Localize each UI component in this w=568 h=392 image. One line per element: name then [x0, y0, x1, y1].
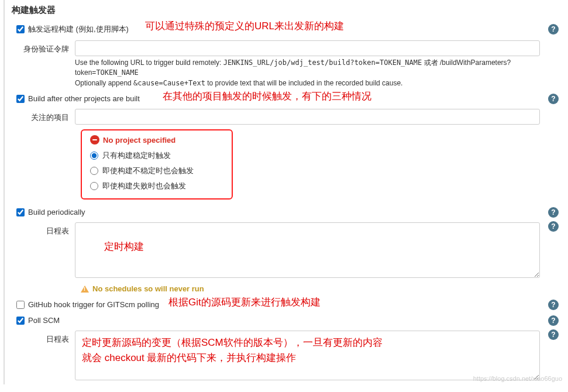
build-periodically-label: Build periodically [28, 208, 85, 216]
warning-icon [81, 286, 89, 293]
annotation-after-build: 在其他的项目触发的时候触发，有下的三种情况 [163, 90, 371, 103]
section-title: 构建触发器 [5, 0, 568, 20]
warning-text: No schedules so will never run [92, 284, 204, 293]
help-icon[interactable]: ? [548, 300, 559, 310]
trigger-condition-box: No project specified 只有构建稳定时触发 即使构建不稳定时也… [81, 129, 233, 200]
error-icon [90, 135, 99, 145]
schedule-textarea-periodic[interactable] [75, 222, 540, 278]
schedule-label-scm: 日程表 [16, 331, 75, 345]
annotation-remote: 可以通过特殊的预定义的URL来出发新的构建 [145, 19, 344, 33]
watch-projects-label: 关注的项目 [16, 109, 75, 123]
error-text: No project specified [103, 136, 175, 145]
help-icon[interactable]: ? [548, 207, 559, 218]
trigger-remote-checkbox[interactable] [16, 25, 25, 33]
token-description: Use the following URL to trigger build r… [75, 56, 540, 88]
help-icon[interactable]: ? [548, 24, 559, 35]
annotation-github: 根据Git的源码更新来进行触发构建 [168, 295, 321, 309]
poll-scm-checkbox[interactable] [16, 317, 25, 325]
token-input[interactable] [75, 40, 540, 56]
radio-unstable-label: 即使构建不稳定时也会触发 [102, 166, 194, 176]
radio-failed-label: 即使构建失败时也会触发 [102, 181, 186, 191]
build-after-label: Build after other projects are built [28, 94, 140, 103]
radio-stable[interactable] [90, 152, 98, 160]
radio-stable-label: 只有构建稳定时触发 [102, 150, 171, 161]
build-periodically-checkbox[interactable] [16, 208, 25, 216]
token-label: 身份验证令牌 [16, 40, 75, 54]
build-after-checkbox[interactable] [16, 95, 25, 103]
help-icon[interactable]: ? [548, 315, 559, 326]
poll-scm-label: Poll SCM [28, 316, 60, 325]
schedule-textarea-scm[interactable] [75, 331, 540, 380]
schedule-label-periodic: 日程表 [16, 222, 75, 236]
github-hook-checkbox[interactable] [16, 301, 25, 309]
radio-unstable[interactable] [90, 167, 98, 175]
github-hook-label: GitHub hook trigger for GITScm polling [28, 300, 159, 309]
trigger-remote-label: 触发远程构建 (例如,使用脚本) [28, 24, 129, 35]
help-icon[interactable]: ? [548, 94, 559, 104]
watermark: https://blog.csdn.net/xiao66guo [473, 375, 562, 382]
radio-failed[interactable] [90, 182, 98, 190]
watch-projects-input[interactable] [75, 109, 540, 125]
